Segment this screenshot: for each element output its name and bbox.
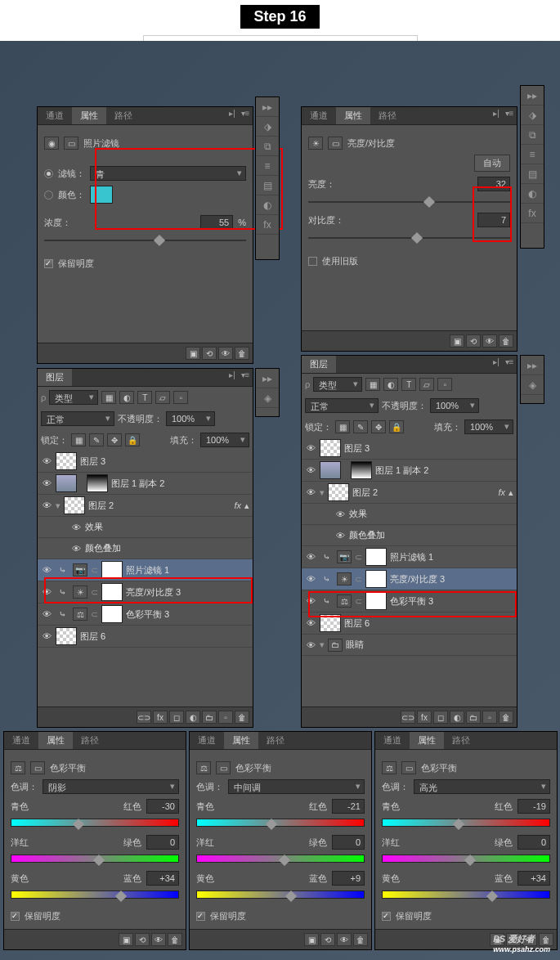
tool-btn[interactable]: ◈ bbox=[521, 375, 544, 395]
preserve-checkbox[interactable] bbox=[196, 912, 205, 921]
brightness-slider[interactable] bbox=[308, 196, 510, 208]
layer-thumb[interactable] bbox=[328, 483, 349, 501]
cr-input[interactable]: -21 bbox=[332, 799, 365, 814]
contrast-input[interactable]: 7 bbox=[477, 213, 510, 227]
tool-btn[interactable]: ⬗ bbox=[521, 105, 544, 125]
trash-icon[interactable]: 🗑 bbox=[499, 334, 513, 348]
tab-channel[interactable]: 通道 bbox=[375, 732, 410, 749]
eye-icon[interactable]: 👁 bbox=[305, 596, 316, 606]
clip-icon[interactable]: ▣ bbox=[119, 933, 133, 946]
eye-icon[interactable]: 👁 bbox=[70, 523, 82, 532]
layer-thumb[interactable] bbox=[56, 452, 77, 470]
eye-icon[interactable]: 👁 bbox=[41, 478, 52, 488]
reset-icon[interactable]: ⟲ bbox=[135, 933, 150, 946]
layer-row[interactable]: 👁图层 1 副本 2 bbox=[302, 460, 517, 482]
collapse-icon[interactable]: ▸| bbox=[226, 370, 238, 382]
layer-row[interactable]: 👁⤷☀⊂亮度/对比度 3 bbox=[38, 581, 253, 603]
eye-icon[interactable]: 👁 bbox=[305, 552, 316, 562]
mg-input[interactable]: 0 bbox=[146, 835, 179, 850]
eye-icon[interactable]: 👁 bbox=[41, 609, 52, 619]
tab-properties[interactable]: 属性 bbox=[72, 107, 106, 124]
tool-btn[interactable]: ▸▸ bbox=[521, 356, 544, 375]
filter-pixel-icon[interactable]: ▦ bbox=[101, 391, 116, 404]
tool-btn[interactable]: ⧉ bbox=[256, 137, 279, 156]
filter-adj-icon[interactable]: ◐ bbox=[383, 378, 398, 391]
collapse-icon[interactable]: ▸| bbox=[491, 357, 502, 369]
clip-icon[interactable]: ▣ bbox=[450, 334, 464, 348]
eye-icon[interactable]: 👁 bbox=[305, 443, 316, 453]
mg-slider[interactable] bbox=[382, 855, 550, 866]
layer-row[interactable]: 👁⤷⚖⊂色彩平衡 3 bbox=[38, 603, 253, 626]
mask-thumb[interactable] bbox=[365, 548, 387, 566]
collapse-icon[interactable]: ▸| bbox=[226, 109, 238, 120]
fx-icon[interactable]: fx bbox=[153, 711, 168, 724]
tool-btn[interactable]: ⬗ bbox=[256, 117, 279, 137]
tab-properties[interactable]: 属性 bbox=[224, 732, 258, 749]
filter-dropdown[interactable]: 青 bbox=[90, 166, 246, 181]
collapse-icon[interactable]: ▸| bbox=[491, 109, 502, 120]
reset-icon[interactable]: ⟲ bbox=[202, 347, 217, 360]
visibility-icon[interactable]: 👁 bbox=[151, 933, 166, 946]
tool-btn[interactable]: ⧉ bbox=[521, 125, 544, 145]
tone-dropdown[interactable]: 高光 bbox=[414, 779, 550, 794]
fx-badge[interactable]: fx bbox=[234, 500, 241, 510]
fx-row[interactable]: 👁效果 bbox=[38, 517, 253, 538]
reset-icon[interactable]: ⟲ bbox=[320, 933, 335, 946]
tab-path[interactable]: 路径 bbox=[444, 732, 478, 749]
tab-path[interactable]: 路径 bbox=[370, 107, 405, 124]
fx-row[interactable]: 👁效果 bbox=[302, 504, 517, 525]
layer-row[interactable]: 👁图层 1 副本 2 bbox=[38, 473, 253, 495]
tab-properties[interactable]: 属性 bbox=[38, 732, 73, 749]
cr-input[interactable]: -19 bbox=[517, 799, 550, 814]
tab-channel[interactable]: 通道 bbox=[4, 732, 38, 749]
tool-btn[interactable]: ▤ bbox=[521, 164, 544, 184]
preserve-checkbox[interactable] bbox=[382, 912, 391, 921]
lock-paint-icon[interactable]: ✎ bbox=[353, 420, 368, 433]
tab-channel[interactable]: 通道 bbox=[302, 107, 336, 124]
lock-paint-icon[interactable]: ✎ bbox=[89, 433, 104, 446]
tool-btn[interactable]: fx bbox=[256, 215, 279, 235]
mask-thumb[interactable] bbox=[87, 474, 108, 492]
density-input[interactable]: 55 bbox=[200, 215, 233, 230]
tool-btn[interactable]: ◐ bbox=[256, 195, 279, 215]
cr-slider[interactable] bbox=[196, 819, 365, 830]
filter-type-dropdown[interactable]: 类型 bbox=[313, 377, 362, 392]
auto-button[interactable]: 自动 bbox=[474, 155, 510, 172]
yb-input[interactable]: +34 bbox=[146, 871, 179, 886]
trash-icon[interactable]: 🗑 bbox=[353, 933, 368, 946]
eye-icon[interactable]: 👁 bbox=[334, 509, 346, 519]
layer-thumb[interactable] bbox=[320, 461, 341, 479]
trash-icon[interactable]: 🗑 bbox=[235, 711, 249, 724]
mask-thumb[interactable] bbox=[101, 583, 123, 601]
eye-icon[interactable]: 👁 bbox=[334, 531, 346, 541]
fx-row[interactable]: 👁颜色叠加 bbox=[38, 538, 253, 559]
mask-thumb[interactable] bbox=[101, 561, 123, 579]
mask-thumb[interactable] bbox=[101, 605, 123, 623]
link-icon[interactable]: ⊂⊃ bbox=[137, 711, 151, 724]
visibility-icon[interactable]: 👁 bbox=[218, 347, 233, 360]
tool-btn[interactable]: ≡ bbox=[521, 145, 544, 164]
cr-slider[interactable] bbox=[11, 819, 179, 830]
tone-dropdown[interactable]: 中间调 bbox=[228, 779, 365, 794]
filter-smart-icon[interactable]: ▫ bbox=[173, 391, 188, 404]
cr-input[interactable]: -30 bbox=[146, 799, 179, 814]
yb-input[interactable]: +34 bbox=[517, 871, 550, 886]
reset-icon[interactable]: ⟲ bbox=[466, 334, 481, 348]
layer-row[interactable]: 👁▾🗀眼睛 bbox=[302, 635, 517, 656]
eye-icon[interactable]: 👁 bbox=[305, 465, 316, 475]
filter-adj-icon[interactable]: ◐ bbox=[119, 391, 134, 404]
layer-row[interactable]: 👁图层 6 bbox=[302, 612, 517, 635]
eye-icon[interactable]: 👁 bbox=[305, 640, 316, 650]
layer-thumb[interactable] bbox=[320, 614, 341, 632]
filter-text-icon[interactable]: T bbox=[137, 391, 152, 404]
menu-icon[interactable]: ▾≡ bbox=[240, 370, 251, 382]
tool-btn[interactable]: ▤ bbox=[256, 176, 279, 195]
eye-icon[interactable]: 👁 bbox=[41, 631, 52, 641]
group-icon[interactable]: 🗀 bbox=[202, 711, 217, 724]
contrast-slider[interactable] bbox=[308, 232, 510, 244]
tool-btn[interactable]: ▸▸ bbox=[256, 97, 279, 117]
layer-row[interactable]: 👁⤷⚖⊂色彩平衡 3 bbox=[302, 590, 517, 612]
yb-slider[interactable] bbox=[196, 890, 365, 902]
lock-trans-icon[interactable]: ▦ bbox=[71, 433, 86, 446]
filter-smart-icon[interactable]: ▫ bbox=[437, 378, 452, 391]
